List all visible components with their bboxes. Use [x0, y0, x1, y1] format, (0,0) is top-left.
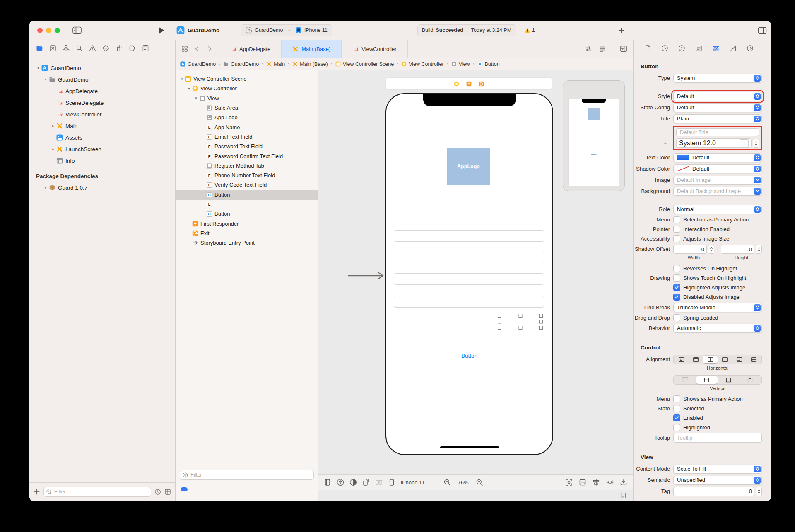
adjusts-image-size-checkbox[interactable] — [673, 235, 680, 242]
verify-code-text-field[interactable] — [394, 317, 500, 328]
state-config-popup[interactable]: Default — [673, 103, 762, 112]
tooltip-input[interactable] — [676, 434, 759, 441]
segment-seg-top[interactable] — [689, 356, 703, 363]
color-swatch[interactable] — [677, 155, 689, 160]
tag-input[interactable] — [674, 487, 754, 496]
accessibility-icon[interactable] — [337, 479, 344, 486]
inspector-tab-connections-inspector[interactable] — [747, 45, 754, 53]
navigator-tab-symbols[interactable] — [63, 45, 70, 53]
related-items-icon[interactable] — [181, 46, 188, 52]
code-review-icon[interactable] — [585, 45, 592, 53]
go-back-icon[interactable] — [194, 46, 200, 52]
zoom-window-button[interactable] — [55, 28, 60, 33]
app-logo-view[interactable]: AppLogo — [447, 148, 490, 185]
disclosure-chevron-icon[interactable]: ▸ — [50, 124, 56, 128]
outline-item-verify-code-text-field[interactable]: FVerify Code Text Field — [176, 180, 318, 190]
segment-seg-fill-h[interactable] — [747, 356, 761, 363]
breadcrumb-item-guarddemo[interactable]: GuardDemo — [180, 61, 216, 67]
breadcrumb-item-main[interactable]: Main — [266, 61, 285, 67]
shows-as-primary-action-checkbox[interactable] — [673, 395, 680, 402]
outline-item-first-responder[interactable]: First Responder — [176, 219, 318, 228]
navigator-tab-reports[interactable] — [142, 45, 149, 53]
breadcrumb-item-main-base[interactable]: Main (Base) — [292, 61, 328, 67]
outline-item-register-method-tab[interactable]: Register Method Tab — [176, 161, 318, 171]
title-popup[interactable]: Plain — [673, 114, 762, 123]
inspector-tab-quick-help-inspector[interactable] — [695, 45, 702, 53]
outline-item-phone-number-text-field[interactable]: FPhone Number Text Field — [176, 171, 318, 180]
zoom-in-icon[interactable] — [476, 479, 483, 486]
color-swatch[interactable] — [677, 166, 689, 171]
sidebar-item-guarddemo[interactable]: ▾GuardDemo — [29, 62, 175, 74]
outline-filter-field[interactable] — [180, 470, 314, 480]
add-editor-icon[interactable] — [620, 45, 627, 53]
sidebar-item-viewcontroller[interactable]: ViewController — [29, 108, 175, 120]
add-file-button[interactable] — [34, 489, 40, 495]
segment-seg-rail-top[interactable] — [674, 376, 696, 384]
navigator-tab-search[interactable] — [76, 45, 83, 53]
segment-seg-corner[interactable] — [732, 356, 747, 363]
scene-dock[interactable] — [386, 78, 552, 89]
outline-toggle-button[interactable] — [181, 487, 188, 491]
selected-button-handles[interactable] — [498, 314, 543, 330]
default-title-input[interactable] — [679, 129, 756, 136]
sidebar-item-main[interactable]: ▸Main — [29, 120, 175, 132]
inspector-tab-help-inspector[interactable]: ? — [678, 45, 685, 53]
sidebar-toggle-icon[interactable] — [72, 26, 82, 34]
zoom-to-fit-icon[interactable] — [565, 479, 573, 486]
go-forward-icon[interactable] — [206, 46, 213, 52]
canvas-area[interactable]: AppLogo Button — [318, 70, 633, 474]
outline-item-button[interactable]: BButton — [176, 190, 318, 200]
selected-checkbox[interactable] — [673, 405, 680, 412]
image-popup[interactable]: Default Image — [673, 176, 762, 185]
recent-files-filter-icon[interactable] — [154, 489, 161, 495]
inspector-tab-attributes-inspector[interactable] — [713, 45, 720, 53]
disclosure-chevron-icon[interactable]: ▾ — [193, 96, 199, 100]
navigator-tab-source-control[interactable] — [49, 45, 56, 53]
outline-item-storyboard-entry-point[interactable]: Storyboard Entry Point — [176, 238, 318, 248]
editor-options-icon[interactable] — [599, 45, 606, 53]
sidebar-item-launchscreen[interactable]: ▸LaunchScreen — [29, 143, 175, 155]
appearance-icon[interactable] — [349, 479, 357, 486]
scheme-selector[interactable]: GuardDemo › iPhone 11 — [241, 24, 332, 36]
navigator-tab-navigator-folder[interactable] — [36, 45, 43, 53]
sidebar-item-info[interactable]: Info — [29, 155, 175, 166]
content-mode-popup[interactable]: Scale To Fill — [673, 465, 762, 474]
outline-item-email-text-field[interactable]: FEmail Text Field — [176, 132, 318, 142]
device-name[interactable]: iPhone 11 — [401, 479, 425, 486]
minimize-window-button[interactable] — [46, 28, 51, 33]
warning-badge[interactable]: 1 — [524, 27, 535, 34]
shadow-offset-width-input[interactable] — [674, 245, 706, 253]
navigator-tab-breakpoints[interactable] — [129, 45, 136, 53]
scm-status-filter-icon[interactable] — [164, 489, 171, 495]
segment-seg-center-h[interactable] — [696, 376, 718, 384]
inspector-toggle-icon[interactable] — [758, 27, 767, 34]
sidebar-item-appdelegate[interactable]: AppDelegate — [29, 85, 175, 97]
tab-main-base[interactable]: Main (Base) — [282, 40, 342, 58]
segment-seg-fill-v[interactable] — [740, 376, 761, 384]
sidebar-item-scenedelegate[interactable]: SceneDelegate — [29, 97, 175, 108]
segment-seg-t[interactable] — [718, 356, 732, 363]
bezel-icon[interactable] — [324, 479, 331, 486]
email-text-field[interactable] — [394, 230, 544, 242]
add-tab-button[interactable] — [618, 27, 624, 34]
zoom-level[interactable]: 76% — [458, 479, 469, 486]
inspector-tab-size-inspector[interactable] — [730, 45, 737, 53]
enabled-checkbox[interactable] — [673, 414, 680, 421]
outline-item-app-name[interactable]: LApp Name — [176, 122, 318, 132]
exit-icon[interactable] — [479, 81, 484, 87]
type-popup[interactable]: System — [673, 74, 762, 83]
stepper-icon[interactable] — [753, 139, 759, 148]
breadcrumb-item-button[interactable]: BButton — [477, 61, 500, 67]
outline-item-exit[interactable]: Exit — [176, 229, 318, 238]
orientation-icon[interactable] — [362, 479, 370, 486]
run-button[interactable] — [159, 27, 165, 34]
text-color-popup[interactable]: Default — [673, 153, 762, 162]
disclosure-chevron-icon[interactable]: ▾ — [43, 77, 49, 82]
navigator-tab-issues[interactable] — [89, 45, 96, 53]
highlighted-checkbox[interactable] — [673, 424, 680, 431]
zoom-out-icon[interactable] — [443, 479, 451, 486]
outline-item-view-controller-scene[interactable]: ▾View Controller Scene — [176, 74, 318, 84]
split-view-icon[interactable] — [375, 479, 383, 486]
outline-item-item[interactable]: L — [176, 200, 318, 209]
style-popup[interactable]: Default — [673, 92, 762, 101]
